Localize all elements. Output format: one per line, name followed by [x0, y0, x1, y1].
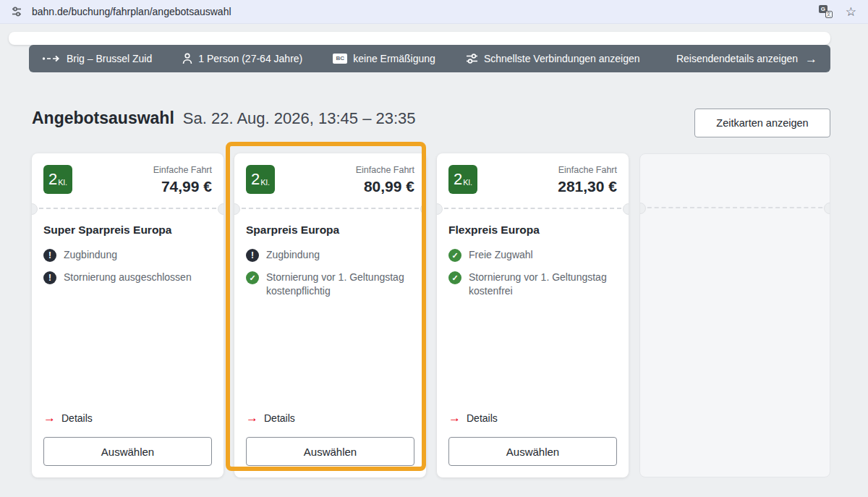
season-tickets-button[interactable]: Zeitkarten anzeigen	[694, 109, 830, 137]
feature-text: Stornierung vor 1. Geltungstag kostenfre…	[469, 271, 617, 298]
check-icon: ✓	[448, 271, 461, 284]
trip-route[interactable]: Brig – Brussel Zuid	[42, 53, 152, 64]
feature-text: Zugbindung	[64, 248, 117, 262]
site-settings-icon[interactable]	[10, 5, 23, 18]
class-number: 2	[251, 171, 260, 187]
select-offer-button[interactable]: Auswählen	[246, 437, 414, 466]
exclamation-icon: !	[246, 249, 259, 262]
trip-passengers-label: 1 Person (27-64 Jahre)	[198, 53, 302, 64]
details-label: Details	[467, 412, 498, 424]
bookmark-star-icon[interactable]: ☆	[846, 6, 856, 18]
offer-card-flexpreis: 2 Kl. Einfache Fahrt 281,30 € Flexpreis …	[437, 153, 629, 477]
offer-feature: ! Zugbindung	[246, 248, 414, 262]
offer-price: 74,99 €	[153, 178, 212, 195]
offer-name: Flexpreis Europa	[448, 224, 617, 237]
trip-type-label: Einfache Fahrt	[558, 165, 617, 175]
arrow-right-icon: →	[805, 53, 817, 65]
page-datetime: Sa. 22. Aug. 2026, 13:45 – 23:35	[183, 109, 416, 128]
offer-card-super-sparpreis: 2 Kl. Einfache Fahrt 74,99 € Super Sparp…	[32, 153, 224, 477]
class-suffix: Kl.	[58, 172, 67, 187]
offer-name: Sparpreis Europa	[246, 224, 414, 237]
trip-route-label: Brig – Brussel Zuid	[67, 53, 152, 64]
select-offer-button[interactable]: Auswählen	[448, 437, 617, 466]
ticket-perforation-divider	[32, 208, 224, 209]
offer-name: Super Sparpreis Europa	[43, 224, 212, 237]
offer-feature: ! Zugbindung	[43, 248, 212, 262]
class-number: 2	[454, 171, 462, 187]
arrow-right-icon: →	[448, 412, 461, 424]
offer-feature: ✓ Stornierung vor 1. Geltungstag kostenp…	[246, 271, 414, 298]
class-suffix: Kl.	[463, 172, 472, 187]
feature-text: Stornierung vor 1. Geltungstag kostenpfl…	[266, 271, 414, 298]
offer-price: 281,30 €	[558, 178, 617, 195]
check-icon: ✓	[448, 249, 461, 262]
trip-summary-bar: Brig – Brussel Zuid 1 Person (27-64 Jahr…	[29, 45, 830, 72]
translate-icon-char: 文	[825, 11, 833, 18]
traveler-details-link[interactable]: Reisendendetails anzeigen →	[676, 53, 817, 65]
bahncard-icon: BC	[333, 54, 347, 64]
offer-card-placeholder	[639, 153, 830, 477]
card-header: 2 Kl. Einfache Fahrt 80,99 €	[234, 153, 426, 208]
class-badge: 2 Kl.	[448, 165, 477, 194]
trip-passengers[interactable]: 1 Person (27-64 Jahre)	[182, 53, 302, 64]
fare-info: Einfache Fahrt 74,99 €	[153, 165, 212, 208]
class-badge: 2 Kl.	[43, 165, 72, 194]
translate-icon[interactable]: G 文	[819, 5, 833, 18]
details-label: Details	[264, 412, 295, 424]
details-label: Details	[61, 412, 93, 424]
browser-url-bar[interactable]: bahn.de/buchung/fahrplan/angebotsauswahl…	[0, 0, 868, 24]
traveler-details-label: Reisendendetails anzeigen	[676, 53, 798, 64]
select-offer-button[interactable]: Auswählen	[43, 437, 212, 466]
trip-fastest-connections[interactable]: Schnellste Verbindungen anzeigen	[466, 53, 640, 64]
class-number: 2	[48, 171, 57, 187]
trip-fastest-label: Schnellste Verbindungen anzeigen	[484, 53, 640, 64]
offer-feature: ✓ Freie Zugwahl	[448, 248, 617, 262]
class-suffix: Kl.	[260, 172, 270, 187]
offer-price: 80,99 €	[356, 178, 414, 195]
feature-text: Freie Zugwahl	[469, 248, 533, 262]
url-text[interactable]: bahn.de/buchung/fahrplan/angebotsauswahl	[32, 6, 819, 17]
card-header: 2 Kl. Einfache Fahrt 74,99 €	[32, 153, 224, 208]
trip-discount[interactable]: BC keine Ermäßigung	[333, 53, 435, 64]
details-link[interactable]: → Details	[32, 412, 224, 437]
page-title: Angebotsauswahl	[32, 109, 174, 128]
exclamation-icon: !	[43, 271, 56, 284]
trip-discount-label: keine Ermäßigung	[353, 53, 435, 64]
journey-route-icon	[42, 54, 61, 63]
arrow-right-icon: →	[246, 412, 258, 424]
card-header: 2 Kl. Einfache Fahrt 281,30 €	[437, 153, 629, 208]
person-icon	[182, 53, 192, 64]
page-title-row: Angebotsauswahl Sa. 22. Aug. 2026, 13:45…	[32, 109, 416, 128]
offer-feature: ! Stornierung ausgeschlossen	[43, 271, 212, 284]
fare-info: Einfache Fahrt 80,99 €	[356, 165, 414, 208]
ticket-perforation-divider	[640, 207, 830, 208]
ticket-perforation-divider	[234, 208, 426, 209]
feature-text: Stornierung ausgeschlossen	[64, 271, 192, 284]
card-body: Sparpreis Europa ! Zugbindung ✓ Stornier…	[234, 209, 426, 412]
card-body: Super Sparpreis Europa ! Zugbindung ! St…	[32, 209, 224, 412]
arrow-right-icon: →	[43, 412, 56, 424]
details-link[interactable]: → Details	[234, 412, 426, 437]
fare-info: Einfache Fahrt 281,30 €	[558, 165, 617, 208]
details-link[interactable]: → Details	[437, 412, 629, 437]
ticket-perforation-divider	[437, 208, 629, 209]
trip-type-label: Einfache Fahrt	[356, 165, 414, 175]
sliders-icon	[466, 54, 478, 64]
offer-feature: ✓ Stornierung vor 1. Geltungstag kostenf…	[448, 271, 617, 298]
offer-card-sparpreis: 2 Kl. Einfache Fahrt 80,99 € Sparpreis E…	[234, 153, 426, 477]
page-header-edge	[9, 32, 830, 45]
feature-text: Zugbindung	[266, 248, 320, 262]
exclamation-icon: !	[43, 249, 56, 262]
offer-cards-row: 2 Kl. Einfache Fahrt 74,99 € Super Sparp…	[32, 153, 830, 477]
card-body: Flexpreis Europa ✓ Freie Zugwahl ✓ Storn…	[437, 209, 629, 412]
check-icon: ✓	[246, 271, 259, 284]
class-badge: 2 Kl.	[246, 165, 275, 194]
trip-type-label: Einfache Fahrt	[153, 165, 212, 175]
